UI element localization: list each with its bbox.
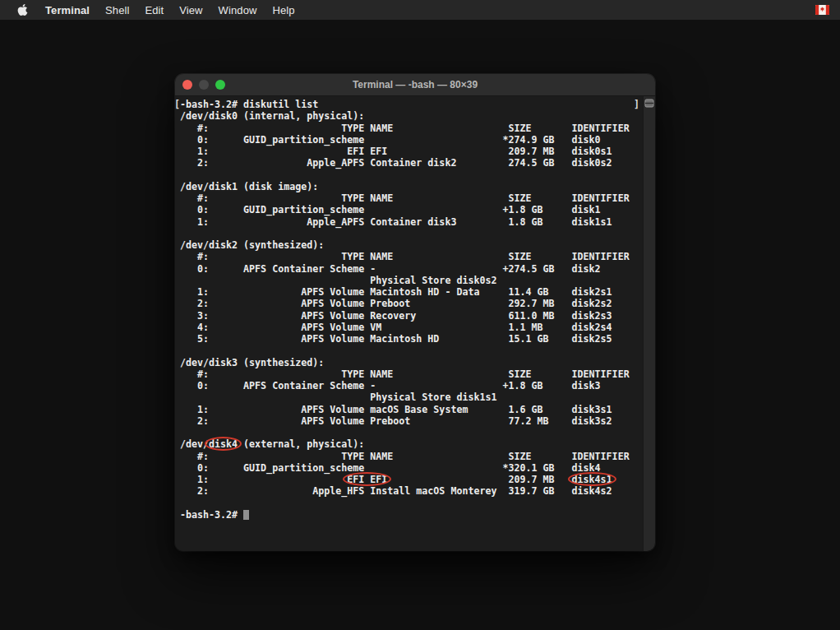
terminal-line: 0: APFS Container Scheme - +274.5 GB dis… bbox=[180, 263, 641, 275]
terminal-content: -bash-3.2# diskutil list[]/dev/disk0 (in… bbox=[175, 96, 655, 551]
menu-bar-right bbox=[815, 5, 840, 15]
terminal-line: 0: APFS Container Scheme - +1.8 GB disk3 bbox=[180, 380, 641, 391]
terminal-line: 3: APFS Volume Recovery 611.0 MB disk2s3 bbox=[180, 310, 641, 322]
terminal-line: 0: GUID_partition_scheme +1.8 GB disk1 bbox=[180, 204, 641, 215]
terminal-line: -bash-3.2# diskutil list[] bbox=[180, 99, 641, 110]
terminal-line: /dev/disk3 (synthesized): bbox=[180, 357, 641, 368]
terminal-line: 1: EFI EFI 209.7 MB disk0s1 bbox=[180, 146, 641, 157]
terminal-line: Physical Store disk0s2 bbox=[180, 275, 641, 286]
terminal-line: #: TYPE NAME SIZE IDENTIFIER bbox=[180, 368, 641, 380]
terminal-line: 5: APFS Volume Macintosh HD 15.1 GB disk… bbox=[180, 333, 641, 345]
menu-item-help[interactable]: Help bbox=[272, 4, 294, 16]
terminal-line: /dev/disk0 (internal, physical): bbox=[180, 110, 641, 122]
menu-item-shell[interactable]: Shell bbox=[105, 4, 129, 16]
terminal-line bbox=[180, 228, 641, 239]
terminal-line: /dev/disk2 (synthesized): bbox=[180, 239, 641, 251]
canada-flag-icon[interactable] bbox=[815, 5, 829, 15]
prompt-mark-left: [ bbox=[175, 99, 180, 110]
menu-bar: TerminalShellEditViewWindowHelp bbox=[0, 0, 840, 20]
terminal-line: #: TYPE NAME SIZE IDENTIFIER bbox=[180, 451, 641, 462]
window-title: Terminal — -bash — 80×39 bbox=[175, 79, 655, 90]
terminal-line: #: TYPE NAME SIZE IDENTIFIER bbox=[180, 251, 641, 262]
terminal-line bbox=[180, 427, 641, 438]
menu-item-view[interactable]: View bbox=[179, 4, 202, 16]
zoom-button[interactable] bbox=[215, 80, 225, 90]
apple-icon[interactable] bbox=[17, 3, 28, 16]
terminal-line bbox=[180, 498, 641, 509]
terminal-line: 1: APFS Volume macOS Base System 1.6 GB … bbox=[180, 404, 641, 415]
terminal-line: 2: Apple_APFS Container disk2 274.5 GB d… bbox=[180, 157, 641, 169]
terminal-line: 1: EFI EFI 209.7 MB disk4s1 bbox=[180, 474, 641, 485]
prompt-mark-right: ] bbox=[634, 99, 639, 110]
terminal-line: 2: APFS Volume Preboot 77.2 MB disk3s2 bbox=[180, 415, 641, 427]
terminal-line: /dev/disk1 (disk image): bbox=[180, 181, 641, 192]
terminal-line bbox=[180, 169, 641, 181]
menu-items: TerminalShellEditViewWindowHelp bbox=[28, 4, 295, 16]
terminal-line: /dev/disk4 (external, physical): bbox=[180, 438, 641, 450]
terminal-line: #: TYPE NAME SIZE IDENTIFIER bbox=[180, 192, 641, 204]
terminal-window: Terminal — -bash — 80×39 -bash-3.2# disk… bbox=[175, 74, 655, 551]
terminal-line: 0: GUID_partition_scheme *274.9 GB disk0 bbox=[180, 134, 641, 146]
minimize-button[interactable] bbox=[199, 80, 209, 90]
menu-item-terminal[interactable]: Terminal bbox=[45, 4, 90, 16]
terminal-line: 2: APFS Volume Preboot 292.7 MB disk2s2 bbox=[180, 298, 641, 309]
terminal-line: 2: Apple_HFS Install macOS Monterey 319.… bbox=[180, 485, 641, 497]
terminal-line: 0: GUID_partition_scheme *320.1 GB disk4 bbox=[180, 462, 641, 474]
menu-bar-left: TerminalShellEditViewWindowHelp bbox=[0, 3, 295, 16]
scrollbar[interactable] bbox=[643, 96, 655, 551]
terminal-line bbox=[180, 345, 641, 356]
terminal-line: -bash-3.2# bbox=[180, 509, 641, 521]
annotation-oval: EFI EFI bbox=[347, 474, 387, 485]
close-button[interactable] bbox=[182, 80, 192, 90]
terminal-line: 4: APFS Volume VM 1.1 MB disk2s4 bbox=[180, 322, 641, 333]
desktop: { "menu_bar": { "active_app": "Terminal"… bbox=[0, 0, 840, 630]
traffic-lights bbox=[175, 80, 225, 90]
terminal-line: 1: Apple_APFS Container disk3 1.8 GB dis… bbox=[180, 216, 641, 228]
menu-item-edit[interactable]: Edit bbox=[145, 4, 164, 16]
terminal-line: 1: APFS Volume Macintosh HD - Data 11.4 … bbox=[180, 286, 641, 298]
terminal-output[interactable]: -bash-3.2# diskutil list[]/dev/disk0 (in… bbox=[180, 99, 641, 521]
split-pane-button[interactable] bbox=[644, 99, 654, 108]
terminal-cursor bbox=[243, 510, 249, 520]
terminal-line: #: TYPE NAME SIZE IDENTIFIER bbox=[180, 123, 641, 134]
annotation-oval: disk4 bbox=[209, 438, 238, 450]
menu-item-window[interactable]: Window bbox=[219, 4, 257, 16]
title-bar[interactable]: Terminal — -bash — 80×39 bbox=[175, 74, 655, 96]
terminal-line: Physical Store disk1s1 bbox=[180, 391, 641, 403]
annotation-oval: disk4s1 bbox=[572, 474, 612, 485]
